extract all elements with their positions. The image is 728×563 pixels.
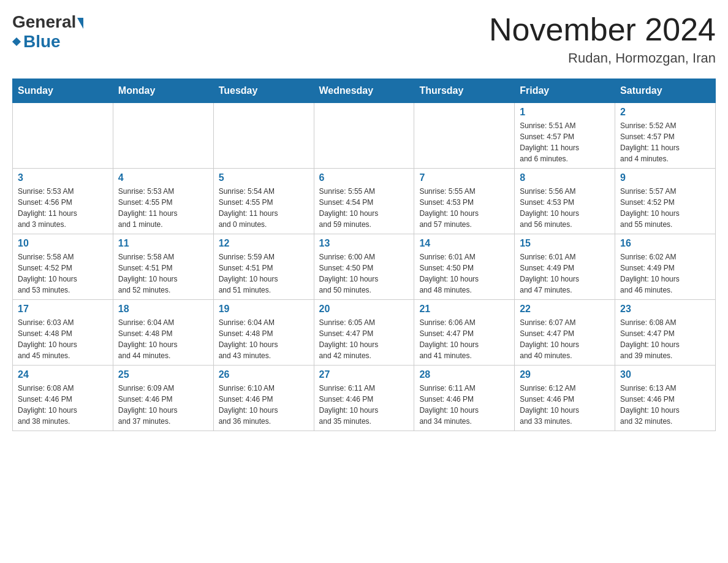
day-info: Sunrise: 6:08 AM Sunset: 4:47 PM Dayligh… xyxy=(620,317,710,361)
calendar-cell: 27Sunrise: 6:11 AM Sunset: 4:46 PM Dayli… xyxy=(314,366,414,431)
calendar-cell: 16Sunrise: 6:02 AM Sunset: 4:49 PM Dayli… xyxy=(615,234,716,300)
calendar-cell: 20Sunrise: 6:05 AM Sunset: 4:47 PM Dayli… xyxy=(314,300,414,366)
day-info: Sunrise: 6:04 AM Sunset: 4:48 PM Dayligh… xyxy=(118,317,208,361)
day-info: Sunrise: 5:51 AM Sunset: 4:57 PM Dayligh… xyxy=(520,120,610,164)
week-row-3: 10Sunrise: 5:58 AM Sunset: 4:52 PM Dayli… xyxy=(13,234,716,300)
calendar-cell: 12Sunrise: 5:59 AM Sunset: 4:51 PM Dayli… xyxy=(213,234,314,300)
day-info: Sunrise: 5:54 AM Sunset: 4:55 PM Dayligh… xyxy=(219,186,309,230)
calendar-cell: 1Sunrise: 5:51 AM Sunset: 4:57 PM Daylig… xyxy=(515,103,615,169)
day-info: Sunrise: 6:11 AM Sunset: 4:46 PM Dayligh… xyxy=(419,383,509,427)
day-number: 18 xyxy=(118,304,208,315)
calendar-cell xyxy=(414,103,515,169)
day-number: 6 xyxy=(319,172,409,183)
weekday-header-sunday: Sunday xyxy=(13,79,113,103)
calendar-cell: 14Sunrise: 6:01 AM Sunset: 4:50 PM Dayli… xyxy=(414,234,515,300)
weekday-header-row: SundayMondayTuesdayWednesdayThursdayFrid… xyxy=(13,79,716,103)
day-number: 29 xyxy=(520,369,610,380)
day-info: Sunrise: 5:59 AM Sunset: 4:51 PM Dayligh… xyxy=(219,251,309,296)
day-info: Sunrise: 6:03 AM Sunset: 4:48 PM Dayligh… xyxy=(18,317,108,361)
calendar-cell: 7Sunrise: 5:55 AM Sunset: 4:53 PM Daylig… xyxy=(414,169,515,234)
day-number: 22 xyxy=(520,304,610,315)
day-number: 23 xyxy=(620,304,710,315)
day-info: Sunrise: 6:06 AM Sunset: 4:47 PM Dayligh… xyxy=(419,317,509,361)
day-number: 28 xyxy=(419,369,509,380)
day-info: Sunrise: 5:56 AM Sunset: 4:53 PM Dayligh… xyxy=(520,186,610,230)
calendar-cell: 29Sunrise: 6:12 AM Sunset: 4:46 PM Dayli… xyxy=(515,366,615,431)
calendar-cell: 28Sunrise: 6:11 AM Sunset: 4:46 PM Dayli… xyxy=(414,366,515,431)
day-info: Sunrise: 5:58 AM Sunset: 4:51 PM Dayligh… xyxy=(118,251,208,296)
day-number: 20 xyxy=(319,304,409,315)
calendar-cell: 5Sunrise: 5:54 AM Sunset: 4:55 PM Daylig… xyxy=(213,169,314,234)
weekday-header-tuesday: Tuesday xyxy=(213,79,314,103)
day-info: Sunrise: 6:10 AM Sunset: 4:46 PM Dayligh… xyxy=(219,383,309,427)
week-row-5: 24Sunrise: 6:08 AM Sunset: 4:46 PM Dayli… xyxy=(13,366,716,431)
day-number: 25 xyxy=(118,369,208,380)
day-number: 26 xyxy=(219,369,309,380)
logo-general-text: General xyxy=(12,12,76,32)
day-number: 4 xyxy=(118,172,208,183)
calendar-cell: 10Sunrise: 5:58 AM Sunset: 4:52 PM Dayli… xyxy=(13,234,113,300)
calendar-cell: 19Sunrise: 6:04 AM Sunset: 4:48 PM Dayli… xyxy=(213,300,314,366)
calendar-cell: 18Sunrise: 6:04 AM Sunset: 4:48 PM Dayli… xyxy=(113,300,213,366)
calendar-cell: 9Sunrise: 5:57 AM Sunset: 4:52 PM Daylig… xyxy=(615,169,716,234)
calendar-cell: 13Sunrise: 6:00 AM Sunset: 4:50 PM Dayli… xyxy=(314,234,414,300)
day-info: Sunrise: 5:53 AM Sunset: 4:55 PM Dayligh… xyxy=(118,186,208,230)
calendar-cell: 25Sunrise: 6:09 AM Sunset: 4:46 PM Dayli… xyxy=(113,366,213,431)
day-number: 2 xyxy=(620,107,710,118)
day-number: 21 xyxy=(419,304,509,315)
calendar-cell: 3Sunrise: 5:53 AM Sunset: 4:56 PM Daylig… xyxy=(13,169,113,234)
calendar-cell xyxy=(314,103,414,169)
day-number: 16 xyxy=(620,238,710,249)
day-number: 8 xyxy=(520,172,610,183)
logo-blue-text: Blue xyxy=(23,32,61,52)
week-row-1: 1Sunrise: 5:51 AM Sunset: 4:57 PM Daylig… xyxy=(13,103,716,169)
day-number: 17 xyxy=(18,304,108,315)
calendar-cell: 8Sunrise: 5:56 AM Sunset: 4:53 PM Daylig… xyxy=(515,169,615,234)
calendar-title: November 2024 xyxy=(489,12,716,47)
day-number: 3 xyxy=(18,172,108,183)
day-number: 14 xyxy=(419,238,509,249)
calendar-cell xyxy=(13,103,113,169)
weekday-header-monday: Monday xyxy=(113,79,213,103)
week-row-4: 17Sunrise: 6:03 AM Sunset: 4:48 PM Dayli… xyxy=(13,300,716,366)
calendar-cell: 21Sunrise: 6:06 AM Sunset: 4:47 PM Dayli… xyxy=(414,300,515,366)
calendar-cell: 17Sunrise: 6:03 AM Sunset: 4:48 PM Dayli… xyxy=(13,300,113,366)
day-number: 11 xyxy=(118,238,208,249)
day-info: Sunrise: 5:53 AM Sunset: 4:56 PM Dayligh… xyxy=(18,186,108,230)
title-area: November 2024 Rudan, Hormozgan, Iran xyxy=(489,12,716,66)
day-info: Sunrise: 5:55 AM Sunset: 4:54 PM Dayligh… xyxy=(319,186,409,230)
day-info: Sunrise: 6:11 AM Sunset: 4:46 PM Dayligh… xyxy=(319,383,409,427)
day-info: Sunrise: 6:05 AM Sunset: 4:47 PM Dayligh… xyxy=(319,317,409,361)
calendar-cell: 23Sunrise: 6:08 AM Sunset: 4:47 PM Dayli… xyxy=(615,300,716,366)
weekday-header-saturday: Saturday xyxy=(615,79,716,103)
weekday-header-friday: Friday xyxy=(515,79,615,103)
day-info: Sunrise: 6:07 AM Sunset: 4:47 PM Dayligh… xyxy=(520,317,610,361)
day-number: 30 xyxy=(620,369,710,380)
calendar-cell: 24Sunrise: 6:08 AM Sunset: 4:46 PM Dayli… xyxy=(13,366,113,431)
day-info: Sunrise: 6:12 AM Sunset: 4:46 PM Dayligh… xyxy=(520,383,610,427)
calendar-cell: 6Sunrise: 5:55 AM Sunset: 4:54 PM Daylig… xyxy=(314,169,414,234)
calendar-cell: 2Sunrise: 5:52 AM Sunset: 4:57 PM Daylig… xyxy=(615,103,716,169)
logo-diamond-icon xyxy=(12,37,21,46)
weekday-header-wednesday: Wednesday xyxy=(314,79,414,103)
day-number: 7 xyxy=(419,172,509,183)
calendar-cell: 30Sunrise: 6:13 AM Sunset: 4:46 PM Dayli… xyxy=(615,366,716,431)
day-info: Sunrise: 6:02 AM Sunset: 4:49 PM Dayligh… xyxy=(620,251,710,296)
calendar-cell: 26Sunrise: 6:10 AM Sunset: 4:46 PM Dayli… xyxy=(213,366,314,431)
weekday-header-thursday: Thursday xyxy=(414,79,515,103)
day-number: 15 xyxy=(520,238,610,249)
day-number: 27 xyxy=(319,369,409,380)
day-info: Sunrise: 6:04 AM Sunset: 4:48 PM Dayligh… xyxy=(219,317,309,361)
day-info: Sunrise: 5:58 AM Sunset: 4:52 PM Dayligh… xyxy=(18,251,108,296)
logo-arrow-icon xyxy=(77,18,83,29)
day-number: 24 xyxy=(18,369,108,380)
logo: General Blue xyxy=(12,12,83,52)
day-info: Sunrise: 6:08 AM Sunset: 4:46 PM Dayligh… xyxy=(18,383,108,427)
calendar-cell: 22Sunrise: 6:07 AM Sunset: 4:47 PM Dayli… xyxy=(515,300,615,366)
calendar-table: SundayMondayTuesdayWednesdayThursdayFrid… xyxy=(12,79,716,431)
day-info: Sunrise: 6:09 AM Sunset: 4:46 PM Dayligh… xyxy=(118,383,208,427)
page-header: General Blue November 2024 Rudan, Hormoz… xyxy=(12,12,716,66)
calendar-cell xyxy=(113,103,213,169)
day-number: 19 xyxy=(219,304,309,315)
day-info: Sunrise: 5:52 AM Sunset: 4:57 PM Dayligh… xyxy=(620,120,710,164)
